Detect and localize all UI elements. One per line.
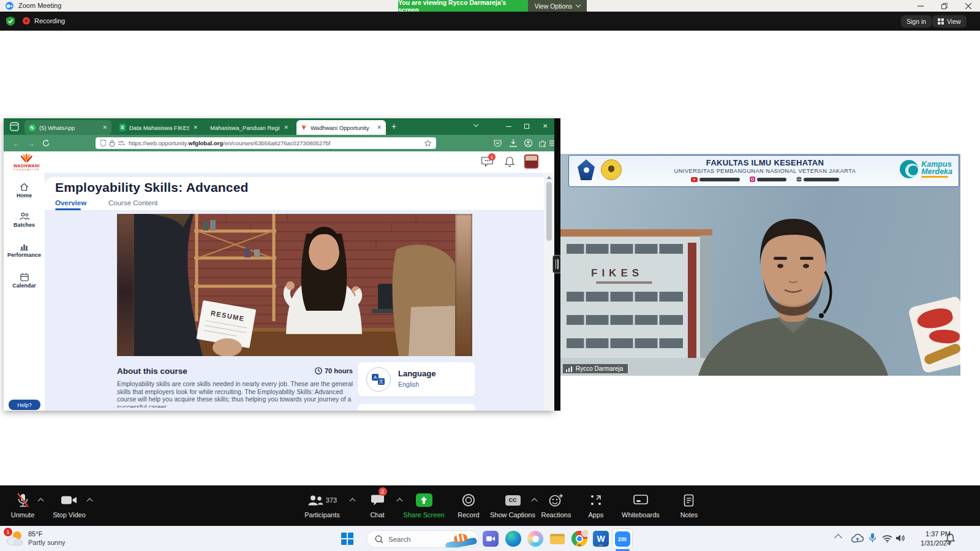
minimize-button[interactable] <box>911 0 930 12</box>
sidebar-item-batches[interactable]: Batches <box>4 212 45 228</box>
back-icon[interactable]: ← <box>12 139 20 148</box>
unmute-label: Unmute <box>11 511 35 519</box>
next-info-card <box>358 404 475 411</box>
notification-bell-icon[interactable] <box>946 533 955 544</box>
page-scrollbar[interactable] <box>544 173 554 411</box>
search-box[interactable]: Search <box>366 530 479 548</box>
batches-icon <box>20 212 29 221</box>
taskbar-chrome-icon[interactable] <box>571 531 587 547</box>
view-options-label: View Options <box>535 2 573 10</box>
tab-close-icon[interactable]: ✕ <box>284 124 288 131</box>
tab-close-icon[interactable]: ✕ <box>193 124 198 131</box>
notes-button[interactable]: Notes <box>655 492 723 519</box>
list-tabs-icon[interactable] <box>473 122 478 127</box>
instagram-handle <box>750 177 786 182</box>
participants-label: Participants <box>304 511 339 519</box>
wifi-icon[interactable] <box>882 534 892 542</box>
tab-sheets[interactable]: Data Mahasiswa FIKES 2022 dan ✕ <box>115 120 202 135</box>
view-options-button[interactable]: View Options <box>528 0 587 12</box>
banner-text: FAKULTAS ILMU KESEHATAN UNIVERSITAS PEMB… <box>643 158 888 182</box>
onedrive-icon[interactable] <box>850 534 864 543</box>
sidebar-item-home[interactable]: Home <box>4 183 45 199</box>
sheets-icon <box>119 124 126 131</box>
home-icon <box>20 183 29 191</box>
tab-overview[interactable]: Overview <box>55 199 86 207</box>
globe-icon <box>796 177 802 182</box>
permissions-icon[interactable] <box>118 140 125 146</box>
video-camera-icon <box>61 492 77 509</box>
kampus-merdeka-logo: Kampus Merdeka <box>900 160 952 178</box>
scrollbar-thumb[interactable] <box>546 182 552 241</box>
search-placeholder: Search <box>388 536 447 543</box>
account-icon[interactable] <box>524 139 532 147</box>
sign-in-button[interactable]: Sign in <box>901 15 932 28</box>
sidebar-item-calendar[interactable]: Calendar <box>4 273 45 289</box>
sidebar-label: Calendar <box>12 283 36 289</box>
pocket-icon[interactable] <box>494 140 502 147</box>
reload-icon[interactable] <box>42 139 50 147</box>
tab-panduan[interactable]: Mahasiswa_Panduan Registrasi WS ✕ <box>206 120 293 135</box>
tracking-shield-icon[interactable] <box>100 140 106 146</box>
firefox-view-icon[interactable] <box>10 122 19 131</box>
taskbar-explorer-icon[interactable] <box>549 531 565 547</box>
bookmark-star-icon[interactable] <box>424 140 431 146</box>
weather-badge: 1 <box>4 528 12 536</box>
whiteboard-icon <box>633 494 648 506</box>
user-avatar[interactable] <box>524 154 538 169</box>
browser-restore-icon[interactable] <box>524 124 529 129</box>
tab-whatsapp[interactable]: (5) WhatsApp ✕ <box>24 120 111 135</box>
tray-mic-icon[interactable] <box>869 533 876 544</box>
maximize-button[interactable] <box>935 0 954 12</box>
chat-badge: 2 <box>379 487 387 496</box>
running-indicator <box>599 544 603 546</box>
security-shield-icon[interactable] <box>6 17 15 26</box>
browser-minimize-icon[interactable] <box>506 126 511 127</box>
weather-condition: Partly sunny <box>28 538 66 547</box>
tab-close-icon[interactable]: ✕ <box>377 124 382 131</box>
new-tab-button[interactable]: + <box>391 122 396 131</box>
website-handle <box>796 177 839 182</box>
taskbar-word-icon[interactable]: W <box>593 531 609 547</box>
downloads-icon[interactable] <box>510 139 517 147</box>
taskbar-teams-icon[interactable] <box>483 531 499 547</box>
search-icon <box>375 535 383 544</box>
forward-icon[interactable]: → <box>27 139 35 148</box>
site-header: WADHWANI FOUNDATION 1 <box>4 151 554 173</box>
sidebar-item-performance[interactable]: Performance <box>4 242 45 258</box>
lock-icon[interactable] <box>110 140 115 146</box>
taskbar-zoom-icon[interactable]: zm <box>612 528 633 549</box>
instagram-icon <box>750 177 755 182</box>
start-button[interactable] <box>339 531 355 547</box>
messages-icon[interactable]: 1 <box>481 156 493 167</box>
scroll-up-icon[interactable] <box>546 175 552 180</box>
tab-wadhwani-active[interactable]: Wadhwani Opportunity ✕ <box>296 120 386 135</box>
notifications-bell-icon[interactable] <box>505 156 514 167</box>
menu-icon[interactable] <box>549 140 554 146</box>
recording-icon[interactable] <box>23 17 30 25</box>
taskbar-edge-icon[interactable] <box>505 531 521 547</box>
url-field[interactable]: https://web.opportunity.wfglobal.org/en/… <box>96 137 436 149</box>
sidebar-label: Batches <box>13 222 35 228</box>
recording-label: Recording <box>34 17 65 25</box>
taskbar-copilot-icon[interactable] <box>527 531 543 547</box>
upn-logo <box>578 159 595 180</box>
weather-widget[interactable]: 1 85°F Partly sunny <box>5 530 66 547</box>
view-button[interactable]: View <box>932 15 967 28</box>
wadhwani-logo[interactable]: WADHWANI FOUNDATION <box>13 153 40 171</box>
speaker-icon[interactable] <box>895 534 905 542</box>
brand-sub: FOUNDATION <box>13 168 40 171</box>
extensions-icon[interactable] <box>539 140 546 147</box>
help-button[interactable]: Help? <box>9 400 40 410</box>
meeting-top-bar: Recording Sign in View <box>0 12 980 31</box>
tab-course-content[interactable]: Course Content <box>108 199 158 207</box>
building-sign: FIKES <box>591 267 643 279</box>
tab-close-icon[interactable]: ✕ <box>102 124 107 131</box>
close-button[interactable] <box>959 0 978 12</box>
tray-expand-chevron[interactable] <box>834 534 842 542</box>
language-card: A 文 Language English <box>358 362 475 397</box>
browser-close-icon[interactable]: ✕ <box>543 123 548 129</box>
stop-video-button[interactable]: Stop Video <box>36 492 103 519</box>
banner-subtitle: UNIVERSITAS PEMBANGUNAN NASIONAL VETERAN… <box>643 168 888 174</box>
about-heading: About this course <box>117 367 187 376</box>
panel-resize-grip[interactable] <box>552 255 561 273</box>
